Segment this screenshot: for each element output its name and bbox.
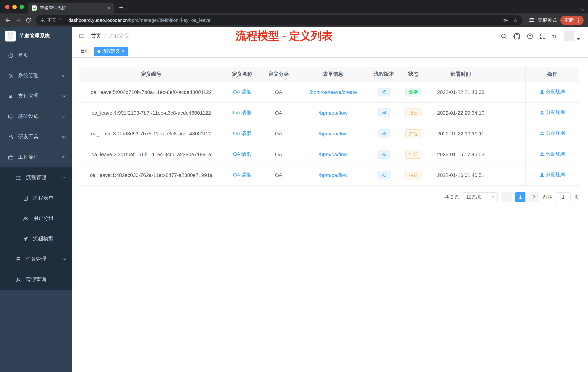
sidebar-item-process-model[interactable]: 流程模型	[0, 229, 72, 249]
back-button[interactable]	[3, 15, 13, 25]
star-icon[interactable]: ☆	[513, 17, 518, 23]
assign-rule-link[interactable]: 分配规则	[540, 151, 565, 157]
workflow-submenu: 流程管理 流程表单 用户分组 流程模型	[0, 167, 72, 290]
page-number-button[interactable]: 1	[515, 192, 525, 202]
breadcrumb-home[interactable]: 首页	[91, 33, 101, 39]
sidebar-collapse-button[interactable]	[78, 33, 85, 40]
search-button[interactable]	[501, 33, 507, 39]
yen-icon: ¥	[8, 93, 13, 99]
sidebar-item-label: 基础设施	[18, 113, 39, 120]
goto-page-input[interactable]	[556, 192, 571, 202]
security-chip[interactable]: 不安全	[40, 17, 62, 23]
app-header: 首页 / 流程定义 流程模型 - 定义列表 ?	[72, 27, 588, 45]
new-tab-button[interactable]: +	[116, 2, 126, 13]
sidebar-item-label: 用户分组	[33, 215, 53, 222]
minimize-window-button[interactable]	[12, 5, 17, 9]
caret-down-icon[interactable]	[577, 38, 580, 40]
definition-name-link[interactable]: OA 请假	[233, 151, 252, 157]
definition-name-link[interactable]: OA 请假	[233, 130, 252, 136]
form-link[interactable]: /bpm/oa/flow	[319, 110, 348, 116]
definition-name-link[interactable]: OA 请假	[233, 109, 252, 115]
sidebar-item-leave-query[interactable]: 请假查询	[0, 269, 72, 290]
next-page-button[interactable]	[529, 192, 539, 202]
form-link[interactable]: /bpm/oa/flow	[319, 131, 348, 136]
definition-id: oa_leave:1:482ec033-762a-11ec-8477-a2380…	[79, 164, 224, 185]
assign-rule-link[interactable]: 分配规则	[540, 172, 565, 178]
flag-icon	[15, 256, 21, 262]
form-link[interactable]: /bpm/oa/flow	[319, 172, 348, 178]
window-controls	[5, 5, 24, 9]
sidebar-item-user-group[interactable]: 用户分组	[0, 208, 72, 229]
user-avatar[interactable]	[564, 31, 574, 41]
sidebar-item-devtools[interactable]: 研发工具	[0, 127, 72, 147]
form-link[interactable]: /bpm/oa/flow	[319, 151, 348, 157]
browser-toolbar: 不安全 dashboard.yudao.iocoder.cn /bpm/mana…	[0, 13, 588, 27]
warning-icon	[40, 18, 45, 23]
total-count: 共 5 条	[445, 194, 459, 200]
definition-id: oa_leave:3:1fad3d93-7b75-11ec-a3c8-acde4…	[79, 123, 224, 144]
definition-name-link[interactable]: OA 请假	[233, 172, 252, 177]
tab-search-button[interactable]	[581, 5, 584, 12]
browser-tab[interactable]: 芋道管理系统 ×	[28, 2, 114, 13]
col-spacer	[493, 67, 525, 82]
reload-button[interactable]	[23, 15, 33, 25]
sidebar-item-process-form[interactable]: 流程表单	[0, 188, 72, 208]
github-link[interactable]	[514, 33, 520, 40]
sidebar-item-infrastructure[interactable]: 基础设施	[0, 106, 72, 127]
definition-name-link[interactable]: OA 请假	[233, 89, 252, 94]
sidebar-logo[interactable]: 芋道管理系统	[0, 27, 72, 45]
forward-button[interactable]	[13, 15, 23, 25]
close-tab-icon[interactable]: ×	[108, 5, 111, 11]
sidebar-item-payment[interactable]: ¥ 支付管理	[0, 86, 72, 106]
app-title: 芋道管理系统	[19, 33, 50, 39]
divider	[65, 18, 65, 23]
close-icon[interactable]: ×	[121, 49, 124, 54]
fullscreen-button[interactable]	[540, 33, 546, 39]
sidebar-item-label: 流程表单	[33, 195, 53, 201]
more-menu-icon[interactable]	[578, 20, 579, 21]
screen: 芋道管理系统 × + 不安全 dashboard.yudao.iocoder.c…	[0, 0, 588, 372]
update-chrome-button[interactable]: 更新	[560, 15, 584, 25]
breadcrumb-current: 流程定义	[109, 33, 129, 39]
gear-icon	[8, 73, 13, 79]
tag-label: 流程定义	[102, 48, 120, 54]
page-size-value: 10条/页	[466, 194, 482, 200]
help-icon: ?	[527, 33, 533, 39]
chevron-down-icon	[62, 114, 66, 118]
font-size-icon[interactable]: tT	[552, 33, 557, 39]
sidebar-item-home[interactable]: 首页	[0, 45, 72, 66]
table-row: oa_leave:1:482ec033-762a-11ec-8477-a2380…	[79, 164, 579, 185]
dashboard-icon	[8, 52, 13, 58]
chevron-left-icon	[505, 195, 509, 199]
goto-label: 前往	[543, 194, 552, 200]
tags-view-bar: 首页 流程定义 ×	[72, 45, 588, 57]
tag-home[interactable]: 首页	[77, 46, 92, 56]
sidebar-item-system[interactable]: 系统管理	[0, 66, 72, 86]
lock-icon	[8, 134, 13, 140]
url-host: dashboard.yudao.iocoder.cn	[68, 17, 128, 23]
version-tag: v4	[378, 108, 390, 117]
definition-category: OA	[260, 102, 297, 123]
incognito-label: 无痕模式	[538, 17, 557, 23]
prev-page-button[interactable]	[502, 192, 512, 202]
sidebar-item-workflow[interactable]: 工作流程	[0, 147, 72, 167]
assign-rule-link[interactable]: 分配规则	[540, 130, 565, 137]
svg-text:?: ?	[529, 34, 531, 38]
col-deploy-time: 部署时间	[428, 67, 493, 82]
sidebar-item-process-management[interactable]: 流程管理	[0, 167, 72, 188]
help-button[interactable]: ?	[527, 33, 533, 39]
page-size-select[interactable]: 10条/页	[463, 192, 498, 202]
forward-icon	[15, 17, 21, 23]
maximize-window-button[interactable]	[20, 5, 24, 9]
tag-process-definition[interactable]: 流程定义 ×	[94, 46, 127, 56]
assign-rule-link[interactable]: 分配规则	[540, 109, 565, 116]
form-link[interactable]: /bpm/oa/leave/create	[309, 89, 357, 95]
sidebar-item-task-management[interactable]: 任务管理	[0, 249, 72, 269]
assign-rule-link[interactable]: 分配规则	[540, 89, 565, 95]
address-bar[interactable]: 不安全 dashboard.yudao.iocoder.cn /bpm/mana…	[36, 15, 522, 25]
key-icon[interactable]	[503, 17, 509, 23]
col-definition-category: 定义分类	[260, 67, 297, 82]
close-window-button[interactable]	[5, 5, 10, 9]
browser-tab-strip: 芋道管理系统 × +	[0, 0, 588, 13]
version-tag: v3	[378, 129, 390, 138]
